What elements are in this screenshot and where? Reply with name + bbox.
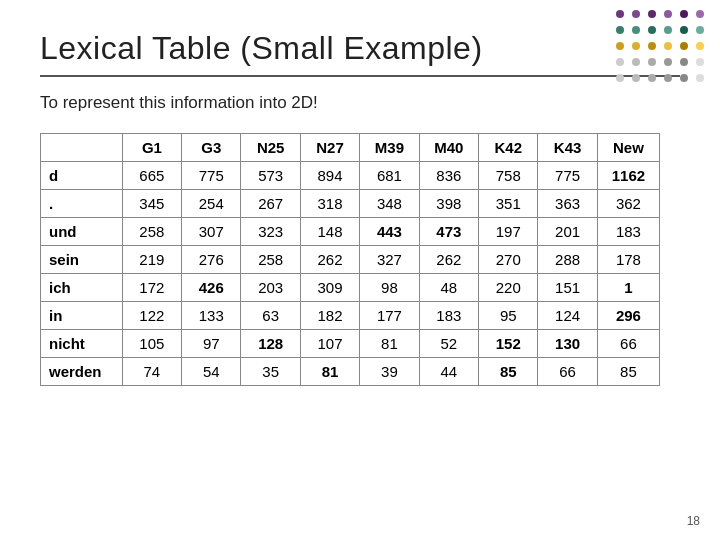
dot-decoration: [616, 58, 624, 66]
table-header-6: M40: [419, 134, 478, 162]
dot-decoration: [696, 58, 704, 66]
table-row: sein219276258262327262270288178: [41, 246, 660, 274]
table-header-2: G3: [182, 134, 241, 162]
table-cell: 201: [538, 218, 597, 246]
table-cell: d: [41, 162, 123, 190]
dot-decoration: [632, 26, 640, 34]
table-cell: 836: [419, 162, 478, 190]
dot-decoration: [680, 58, 688, 66]
slide-subtitle: To represent this information into 2D!: [40, 93, 680, 113]
table-cell: sein: [41, 246, 123, 274]
table-cell: werden: [41, 358, 123, 386]
table-cell: in: [41, 302, 123, 330]
table-cell: 276: [182, 246, 241, 274]
table-cell: 39: [360, 358, 419, 386]
dot-decoration: [696, 42, 704, 50]
table-cell: 309: [300, 274, 359, 302]
table-cell: 98: [360, 274, 419, 302]
table-cell: 681: [360, 162, 419, 190]
title-divider: [40, 75, 680, 77]
table-cell: 122: [122, 302, 181, 330]
dot-decoration: [648, 74, 656, 82]
table-cell: 130: [538, 330, 597, 358]
table-header-3: N25: [241, 134, 300, 162]
table-row: d6657755738946818367587751162: [41, 162, 660, 190]
table-wrapper: G1G3N25N27M39M40K42K43Newd66577557389468…: [40, 133, 680, 386]
table-header-4: N27: [300, 134, 359, 162]
table-cell: 85: [479, 358, 538, 386]
table-cell: 258: [122, 218, 181, 246]
dot-decoration: [648, 26, 656, 34]
table-header-9: New: [597, 134, 659, 162]
table-cell: 775: [182, 162, 241, 190]
table-cell: 894: [300, 162, 359, 190]
table-cell: 52: [419, 330, 478, 358]
table-cell: 44: [419, 358, 478, 386]
table-cell: 443: [360, 218, 419, 246]
table-cell: 66: [538, 358, 597, 386]
table-cell: 95: [479, 302, 538, 330]
table-cell: 318: [300, 190, 359, 218]
dot-decoration: [632, 42, 640, 50]
table-cell: 473: [419, 218, 478, 246]
table-cell: 665: [122, 162, 181, 190]
table-header-8: K43: [538, 134, 597, 162]
table-cell: 107: [300, 330, 359, 358]
table-cell: 66: [597, 330, 659, 358]
dot-decoration: [648, 10, 656, 18]
dot-decoration: [680, 10, 688, 18]
table-row: werden745435813944856685: [41, 358, 660, 386]
table-cell: 151: [538, 274, 597, 302]
dot-grid-decoration: [616, 10, 708, 86]
dot-decoration: [632, 74, 640, 82]
table-cell: 203: [241, 274, 300, 302]
table-cell: 775: [538, 162, 597, 190]
table-cell: und: [41, 218, 123, 246]
table-cell: 288: [538, 246, 597, 274]
table-cell: 573: [241, 162, 300, 190]
table-cell: 63: [241, 302, 300, 330]
table-cell: 152: [479, 330, 538, 358]
table-header-5: M39: [360, 134, 419, 162]
table-cell: 124: [538, 302, 597, 330]
table-cell: nicht: [41, 330, 123, 358]
table-cell: 220: [479, 274, 538, 302]
dot-decoration: [616, 42, 624, 50]
dot-decoration: [648, 58, 656, 66]
table-cell: 177: [360, 302, 419, 330]
table-cell: 105: [122, 330, 181, 358]
dot-decoration: [664, 10, 672, 18]
table-cell: 81: [300, 358, 359, 386]
table-cell: 182: [300, 302, 359, 330]
table-cell: 197: [479, 218, 538, 246]
table-cell: 183: [597, 218, 659, 246]
table-cell: 35: [241, 358, 300, 386]
table-cell: 351: [479, 190, 538, 218]
lexical-table: G1G3N25N27M39M40K42K43Newd66577557389468…: [40, 133, 660, 386]
table-header-1: G1: [122, 134, 181, 162]
table-row: und258307323148443473197201183: [41, 218, 660, 246]
table-cell: 133: [182, 302, 241, 330]
table-cell: 758: [479, 162, 538, 190]
table-cell: 74: [122, 358, 181, 386]
table-row: in1221336318217718395124296: [41, 302, 660, 330]
dot-decoration: [632, 10, 640, 18]
table-cell: .: [41, 190, 123, 218]
table-cell: 323: [241, 218, 300, 246]
table-row: .345254267318348398351363362: [41, 190, 660, 218]
dot-decoration: [696, 10, 704, 18]
table-header-0: [41, 134, 123, 162]
table-cell: 327: [360, 246, 419, 274]
table-cell: 178: [597, 246, 659, 274]
dot-decoration: [616, 10, 624, 18]
slide-container: Lexical Table (Small Example) To represe…: [0, 0, 720, 540]
table-cell: 1162: [597, 162, 659, 190]
table-cell: 348: [360, 190, 419, 218]
table-row: ich17242620330998482201511: [41, 274, 660, 302]
table-cell: 345: [122, 190, 181, 218]
table-cell: 148: [300, 218, 359, 246]
slide-title: Lexical Table (Small Example): [40, 30, 680, 67]
table-cell: 363: [538, 190, 597, 218]
table-cell: 362: [597, 190, 659, 218]
table-cell: 85: [597, 358, 659, 386]
